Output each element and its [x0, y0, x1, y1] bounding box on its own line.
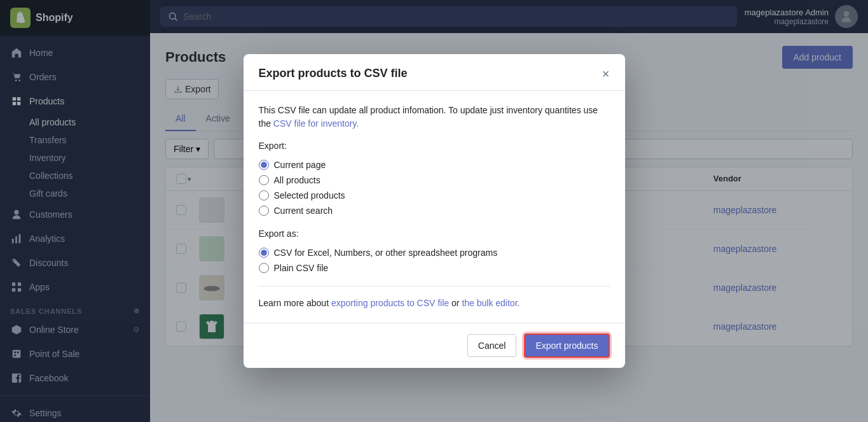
export-section-label: Export: [259, 141, 610, 151]
export-products-button[interactable]: Export products [524, 334, 609, 358]
radio-selected-products[interactable]: Selected products [259, 188, 610, 203]
export-what-group: Export: Current page All products Select… [259, 141, 610, 218]
radio-plain-csv[interactable]: Plain CSV file [259, 260, 610, 276]
radio-csv-excel[interactable]: CSV for Excel, Numbers, or other spreads… [259, 245, 610, 260]
radio-current-page-input[interactable] [259, 160, 269, 170]
export-csv-link[interactable]: exporting products to CSV file [331, 298, 449, 308]
modal-learn-more: Learn more about exporting products to C… [259, 297, 610, 310]
radio-current-search[interactable]: Current search [259, 203, 610, 218]
bulk-editor-link[interactable]: the bulk editor. [462, 298, 520, 308]
radio-current-search-input[interactable] [259, 206, 269, 216]
modal-footer: Cancel Export products [244, 323, 625, 368]
modal-title: Export products to CSV file [259, 67, 408, 80]
modal-overlay[interactable]: Export products to CSV file × This CSV f… [0, 0, 868, 422]
radio-csv-excel-input[interactable] [259, 248, 269, 258]
modal-description: This CSV file can update all product inf… [259, 104, 610, 130]
modal-close-button[interactable]: × [602, 67, 610, 80]
radio-current-page[interactable]: Current page [259, 157, 610, 172]
modal-body: This CSV file can update all product inf… [244, 91, 625, 323]
csv-inventory-link[interactable]: CSV file for inventory. [273, 118, 359, 129]
modal-divider [259, 286, 610, 286]
export-as-section-label: Export as: [259, 229, 610, 239]
radio-all-products-input[interactable] [259, 175, 269, 185]
radio-selected-products-input[interactable] [259, 190, 269, 200]
export-modal: Export products to CSV file × This CSV f… [244, 54, 625, 368]
cancel-button[interactable]: Cancel [467, 334, 517, 357]
radio-all-products[interactable]: All products [259, 172, 610, 188]
modal-header: Export products to CSV file × [244, 54, 625, 91]
export-as-group: Export as: CSV for Excel, Numbers, or ot… [259, 229, 610, 276]
radio-plain-csv-input[interactable] [259, 263, 269, 273]
